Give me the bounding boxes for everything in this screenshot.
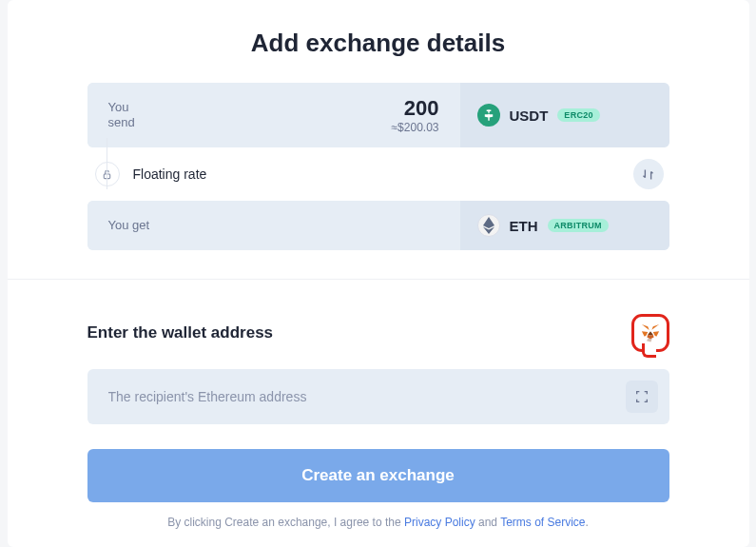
get-network-badge: ARBITRUM: [548, 219, 609, 232]
tos-link[interactable]: Terms of Service: [500, 516, 585, 529]
send-amount-area[interactable]: You send 200 ≈$200.03: [87, 83, 460, 147]
lock-icon[interactable]: [95, 162, 120, 186]
terms-suffix: .: [586, 516, 589, 529]
terms-and: and: [475, 516, 500, 529]
section-divider: [8, 279, 749, 280]
send-amount: 200: [392, 96, 439, 121]
wallet-section: Enter the wallet address Create an excha…: [8, 314, 749, 546]
get-amount-area[interactable]: You get: [87, 201, 460, 250]
wallet-header: Enter the wallet address: [87, 314, 669, 352]
rate-label: Floating rate: [133, 166, 207, 182]
wallet-title: Enter the wallet address: [87, 323, 274, 342]
qr-scan-button[interactable]: [626, 381, 658, 413]
recipient-address-input[interactable]: [108, 389, 626, 404]
get-currency-selector[interactable]: ETH ARBITRUM: [460, 201, 669, 250]
terms-text: By clicking Create an exchange, I agree …: [87, 516, 669, 529]
svg-rect-0: [104, 174, 109, 179]
send-amount-wrap: 200 ≈$200.03: [392, 96, 439, 134]
address-input-row: [87, 369, 669, 424]
create-exchange-button[interactable]: Create an exchange: [87, 449, 669, 502]
terms-prefix: By clicking Create an exchange, I agree …: [167, 516, 404, 529]
send-network-badge: ERC20: [557, 108, 600, 122]
metamask-icon: [640, 323, 661, 342]
usdt-icon: [477, 104, 500, 127]
rate-left: Floating rate: [87, 162, 207, 186]
get-label: You get: [108, 218, 150, 233]
page-title: Add exchange details: [8, 0, 749, 83]
privacy-link[interactable]: Privacy Policy: [404, 516, 475, 529]
send-row: You send 200 ≈$200.03 USDT ERC20: [87, 83, 669, 147]
send-currency-selector[interactable]: USDT ERC20: [460, 83, 669, 147]
qr-icon: [634, 389, 649, 404]
metamask-button[interactable]: [631, 314, 669, 352]
rate-row: Floating rate: [87, 149, 669, 199]
get-row: You get ETH ARBITRUM: [87, 201, 669, 250]
exchange-box: You send 200 ≈$200.03 USDT ERC20 Floatin…: [87, 83, 669, 250]
eth-icon: [477, 214, 500, 237]
exchange-card: Add exchange details You send 200 ≈$200.…: [8, 0, 749, 547]
get-coin-symbol: ETH: [510, 218, 538, 234]
send-coin-symbol: USDT: [510, 107, 549, 124]
send-label: You send: [108, 100, 135, 129]
connector-line: [107, 138, 107, 189]
send-approx: ≈$200.03: [392, 121, 439, 134]
swap-button[interactable]: [633, 159, 664, 189]
